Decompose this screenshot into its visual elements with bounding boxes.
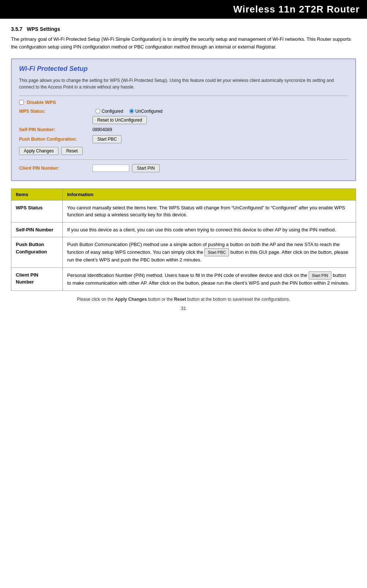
info-self-pin: If you use this device as a client, you … — [63, 222, 356, 237]
unconfigured-label: UnConfigured — [135, 109, 163, 114]
intro-paragraph: The primary goal of Wi-Fi Protected Setu… — [11, 36, 356, 51]
client-pin-label: Client PIN Number: — [19, 166, 92, 171]
action-row: Apply Changes Reset — [19, 147, 348, 155]
table-row: Client PINNumber Personal Identification… — [11, 267, 356, 291]
apply-changes-button[interactable]: Apply Changes — [19, 147, 58, 155]
item-wps-status: WPS Status — [11, 200, 63, 222]
table-row: WPS Status You cannot manually select th… — [11, 200, 356, 222]
disable-wps-label: Disable WPS — [27, 100, 56, 105]
disable-wps-checkbox[interactable] — [19, 100, 24, 105]
push-button-label: Push Button Configuration: — [19, 137, 92, 142]
header: Wireless 11n 2T2R Router — [0, 0, 367, 19]
inline-start-pbc: Start PBC — [204, 248, 229, 257]
disable-wps-row: Disable WPS — [19, 100, 348, 105]
col1-header: Items — [11, 188, 63, 200]
self-pin-value: 08904089 — [92, 127, 112, 132]
configured-option[interactable]: Configured — [95, 109, 123, 114]
wps-panel-description: This page allows you to change the setti… — [19, 77, 348, 90]
wps-panel: Wi-Fi Protected Setup This page allows y… — [11, 58, 356, 181]
reset-button[interactable]: Reset — [61, 147, 82, 155]
item-self-pin: Self-PIN Number — [11, 222, 63, 237]
item-client-pin: Client PINNumber — [11, 267, 63, 291]
col2-header: Information — [63, 188, 356, 200]
item-push-button: Push ButtonConfiguration — [11, 237, 63, 268]
reset-unconfigured-row: Reset to UnConfigured — [92, 116, 348, 124]
configured-radio[interactable] — [95, 109, 100, 113]
inline-start-pin: Start PIN — [309, 271, 332, 280]
page-number: 31 — [11, 306, 356, 311]
info-wps-status: You cannot manually select the items her… — [63, 200, 356, 222]
section-title: 3.5.7 WPS Settings — [11, 26, 356, 32]
client-pin-input[interactable] — [92, 165, 129, 172]
reset-bold: Reset — [174, 297, 186, 302]
start-pbc-button[interactable]: Start PBC — [92, 135, 121, 143]
info-push-button: Push Button Communication (PBC) method u… — [63, 237, 356, 268]
configured-label: Configured — [102, 109, 123, 114]
wps-divider-2 — [19, 159, 348, 160]
reset-to-unconfigured-button[interactable]: Reset to UnConfigured — [92, 116, 147, 124]
wps-panel-title: Wi-Fi Protected Setup — [19, 65, 348, 73]
self-pin-label: Self-PIN Number: — [19, 127, 92, 132]
self-pin-row: Self-PIN Number: 08904089 — [19, 127, 348, 132]
wps-status-options: Configured UnConfigured — [95, 109, 163, 114]
client-pin-row: Client PIN Number: Start PIN — [19, 164, 348, 172]
table-row: Push ButtonConfiguration Push Button Com… — [11, 237, 356, 268]
info-client-pin: Personal Identification Number (PIN) met… — [63, 267, 356, 291]
push-button-row: Push Button Configuration: Start PBC — [19, 135, 348, 143]
wps-divider-1 — [19, 95, 348, 96]
apply-changes-bold: Apply Changes — [115, 297, 147, 302]
table-row: Self-PIN Number If you use this device a… — [11, 222, 356, 237]
start-pin-button[interactable]: Start PIN — [132, 164, 160, 172]
footer-note: Please click on the Apply Changes button… — [11, 297, 356, 302]
unconfigured-option[interactable]: UnConfigured — [129, 109, 163, 114]
wps-status-label: WPS Status: — [19, 109, 92, 114]
wps-status-row: WPS Status: Configured UnConfigured — [19, 109, 348, 114]
unconfigured-radio[interactable] — [129, 109, 134, 113]
info-table: Items Information WPS Status You cannot … — [11, 188, 356, 291]
header-title: Wireless 11n 2T2R Router — [233, 4, 360, 15]
